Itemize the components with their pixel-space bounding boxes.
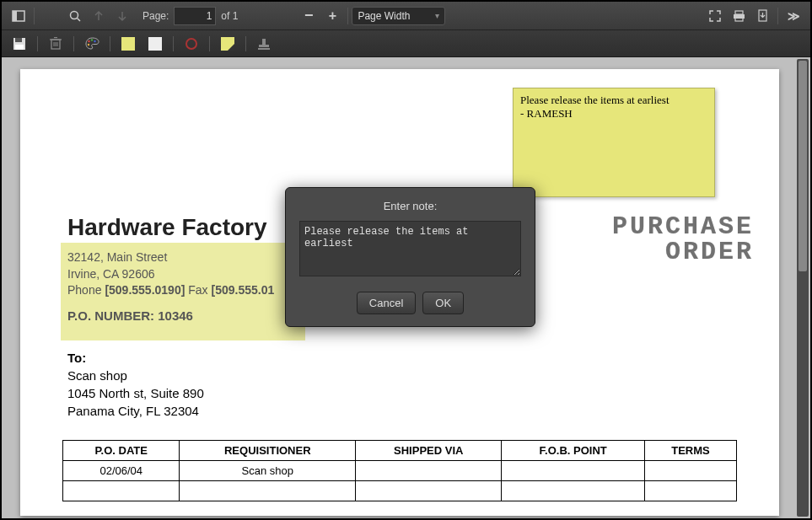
th-fob-point: F.O.B. POINT	[502, 441, 645, 461]
more-tools-icon[interactable]: ≫	[782, 4, 805, 28]
print-icon[interactable]	[727, 4, 750, 28]
company-address: 32142, Main Street Irvine, CA 92606 Phon…	[67, 249, 274, 299]
separator	[173, 36, 174, 51]
separator	[34, 8, 35, 24]
separator	[73, 36, 74, 51]
sticky-note-icon[interactable]	[215, 33, 240, 55]
chevron-updown-icon: ▾	[435, 11, 439, 20]
stamp-icon[interactable]	[251, 33, 277, 55]
sidebar-toggle-icon[interactable]	[7, 4, 30, 28]
svg-point-19	[94, 40, 95, 42]
svg-rect-22	[262, 39, 266, 45]
svg-rect-24	[258, 48, 270, 50]
svg-line-3	[78, 18, 81, 21]
to-addr2: Panama City, FL 32304	[67, 402, 204, 420]
svg-rect-9	[15, 38, 22, 42]
presentation-icon[interactable]	[703, 4, 727, 28]
trash-icon[interactable]	[43, 33, 68, 55]
prev-page-icon[interactable]	[87, 4, 110, 28]
to-name: Scan shop	[67, 367, 204, 384]
po-table: P.O. DATE REQUISITIONER SHIPPED VIA F.O.…	[62, 440, 737, 501]
page-label: Page:	[143, 10, 169, 22]
zoom-mode-select[interactable]: Page Width ▾	[352, 7, 445, 25]
separator	[245, 36, 246, 51]
next-page-icon[interactable]	[110, 4, 134, 28]
scroll-thumb[interactable]	[799, 61, 807, 271]
separator	[777, 8, 778, 24]
table-row	[63, 481, 737, 501]
download-icon[interactable]	[750, 4, 774, 28]
annotation-toolbar	[2, 30, 810, 57]
sticky-note-annotation[interactable]: Please release the items at earliest - R…	[513, 88, 715, 197]
po-number: P.O. NUMBER: 10346	[67, 308, 193, 323]
svg-point-2	[71, 11, 78, 19]
zoom-in-icon[interactable]: +	[320, 4, 344, 28]
th-terms: TERMS	[644, 441, 736, 461]
to-block: To: Scan shop 1045 North st, Suite 890 P…	[67, 349, 204, 420]
svg-rect-23	[259, 45, 269, 47]
pdf-page: Hardware Factory 32142, Main Street Irvi…	[20, 69, 779, 516]
zoom-mode-label: Page Width	[358, 10, 410, 22]
addr-line2: Irvine, CA 92606	[67, 266, 274, 283]
to-label: To:	[67, 349, 204, 367]
separator	[110, 36, 110, 51]
svg-rect-4	[735, 11, 743, 14]
svg-point-17	[88, 40, 89, 42]
th-po-date: P.O. DATE	[63, 441, 180, 461]
zoom-out-icon[interactable]: −	[297, 4, 320, 28]
svg-point-18	[90, 39, 92, 40]
pdf-viewer: Page: of 1 − + Page Width ▾ ≫	[0, 0, 812, 520]
page-number-input[interactable]	[174, 7, 216, 25]
to-addr1: 1045 North st, Suite 890	[67, 384, 204, 402]
shape-circle-icon[interactable]	[179, 33, 204, 55]
main-toolbar: Page: of 1 − + Page Width ▾ ≫	[2, 2, 810, 30]
page-total: of 1	[221, 10, 238, 22]
phone-fax-line: Phone [509.555.0190] Fax [509.555.01	[67, 282, 274, 299]
color-palette-icon[interactable]	[79, 33, 105, 55]
save-icon[interactable]	[7, 33, 32, 55]
separator	[209, 36, 210, 51]
highlight-yellow-swatch[interactable]	[116, 33, 141, 55]
svg-point-21	[186, 39, 196, 49]
th-shipped-via: SHIPPED VIA	[356, 441, 502, 461]
svg-point-20	[87, 44, 89, 46]
svg-rect-1	[13, 11, 17, 21]
table-header-row: P.O. DATE REQUISITIONER SHIPPED VIA F.O.…	[63, 441, 737, 461]
separator	[347, 8, 348, 24]
svg-rect-10	[15, 45, 24, 50]
highlight-white-swatch[interactable]	[143, 33, 168, 55]
sticky-note-line1: Please release the items at earliest	[520, 94, 707, 107]
vertical-scrollbar[interactable]	[797, 59, 809, 517]
search-icon[interactable]	[63, 4, 87, 28]
table-row: 02/06/04 Scan shop	[63, 461, 737, 481]
company-name: Hardware Factory	[67, 214, 267, 241]
document-area: Hardware Factory 32142, Main Street Irvi…	[2, 57, 810, 518]
sticky-note-line2: - RAMESH	[520, 107, 707, 121]
document-title-stamp: PURCHASE ORDER	[612, 214, 754, 265]
separator	[37, 36, 38, 51]
addr-line1: 32142, Main Street	[67, 249, 274, 266]
th-requisitioner: REQUISITIONER	[180, 441, 356, 461]
